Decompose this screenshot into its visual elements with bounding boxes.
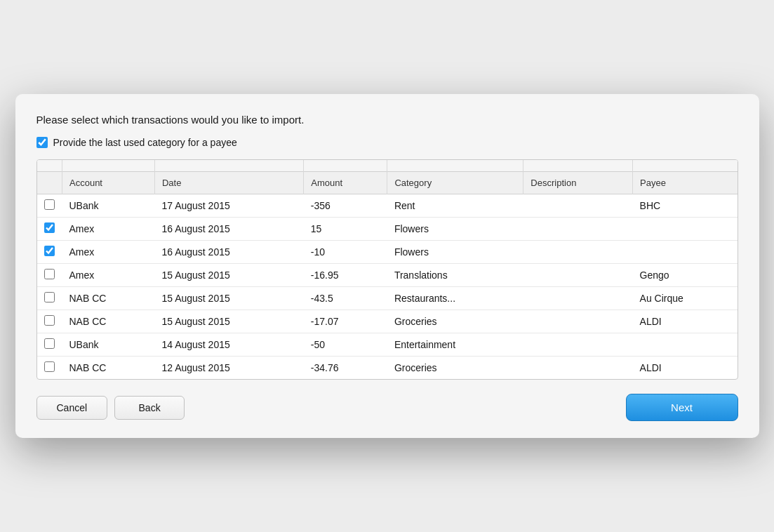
row-amount: 15 [304, 218, 387, 241]
col-empty-date [154, 160, 303, 172]
cancel-button[interactable]: Cancel [36, 396, 108, 420]
table-row: Amex15 August 2015-16.95TranslationsGeng… [37, 264, 738, 287]
row-payee: ALDI [633, 357, 738, 380]
row-checkbox-cell [37, 194, 62, 218]
th-select [37, 172, 62, 194]
row-category: Groceries [387, 310, 523, 333]
row-payee [633, 241, 738, 264]
row-category: Translations [387, 264, 523, 287]
table-row: Amex16 August 2015-10Flowers [37, 241, 738, 264]
row-account: NAB CC [62, 357, 155, 380]
table-row: NAB CC12 August 2015-34.76GroceriesALDI [37, 357, 738, 380]
row-checkbox-cell [37, 333, 62, 357]
row-payee: BHC [633, 194, 738, 218]
row-date: 17 August 2015 [154, 194, 303, 218]
row-checkbox-4[interactable] [44, 292, 55, 302]
row-date: 15 August 2015 [154, 287, 303, 310]
row-category: Rent [387, 194, 523, 218]
th-date: Date [154, 172, 303, 194]
row-checkbox-0[interactable] [44, 199, 55, 210]
col-empty-description [523, 160, 633, 172]
row-category: Flowers [387, 241, 523, 264]
row-payee: Gengo [633, 264, 738, 287]
provide-category-label[interactable]: Provide the last used category for a pay… [53, 137, 237, 148]
row-payee: Au Cirque [633, 287, 738, 310]
row-description [523, 310, 633, 333]
table-row: NAB CC15 August 2015-43.5Restaurants...A… [37, 287, 738, 310]
row-checkbox-1[interactable] [44, 222, 55, 233]
col-empty-category [387, 160, 523, 172]
col-empty-payee [633, 160, 738, 172]
th-category: Category [387, 172, 523, 194]
row-description [523, 264, 633, 287]
provide-category-checkbox[interactable] [36, 137, 48, 148]
row-amount: -16.95 [304, 264, 387, 287]
col-empty-amount [304, 160, 387, 172]
row-checkbox-cell [37, 357, 62, 380]
th-account: Account [62, 172, 155, 194]
table-row: Amex16 August 201515Flowers [37, 218, 738, 241]
row-date: 16 August 2015 [154, 218, 303, 241]
row-amount: -50 [304, 333, 387, 357]
row-amount: -10 [304, 241, 387, 264]
row-checkbox-cell [37, 264, 62, 287]
row-description [523, 241, 633, 264]
row-amount: -34.76 [304, 357, 387, 380]
row-checkbox-3[interactable] [44, 269, 55, 279]
row-checkbox-6[interactable] [44, 338, 55, 349]
footer-left-buttons: Cancel Back [36, 396, 185, 420]
row-date: 15 August 2015 [154, 264, 303, 287]
row-account: UBank [62, 333, 155, 357]
row-payee [633, 333, 738, 357]
row-category: Groceries [387, 357, 523, 380]
row-date: 12 August 2015 [154, 357, 303, 380]
import-dialog: Please select which transactions would y… [15, 94, 759, 438]
transactions-table-container: Account Date Amount Category Description… [36, 159, 738, 380]
row-account: Amex [62, 218, 155, 241]
row-amount: -17.07 [304, 310, 387, 333]
col-empty-check [37, 160, 62, 172]
row-description [523, 287, 633, 310]
table-row: UBank14 August 2015-50Entertainment [37, 333, 738, 357]
row-date: 14 August 2015 [154, 333, 303, 357]
th-description: Description [523, 172, 633, 194]
th-payee: Payee [633, 172, 738, 194]
row-checkbox-cell [37, 241, 62, 264]
row-checkbox-2[interactable] [44, 246, 55, 256]
row-account: Amex [62, 264, 155, 287]
row-date: 16 August 2015 [154, 241, 303, 264]
row-checkbox-7[interactable] [44, 361, 55, 372]
row-date: 15 August 2015 [154, 310, 303, 333]
row-account: Amex [62, 241, 155, 264]
dialog-footer: Cancel Back Next [36, 391, 738, 421]
back-button[interactable]: Back [114, 396, 185, 420]
table-empty-header-row [37, 160, 738, 172]
row-description [523, 218, 633, 241]
row-amount: -43.5 [304, 287, 387, 310]
row-category: Flowers [387, 218, 523, 241]
row-description [523, 194, 633, 218]
col-empty-account [62, 160, 155, 172]
row-category: Restaurants... [387, 287, 523, 310]
row-checkbox-cell [37, 287, 62, 310]
transactions-table: Account Date Amount Category Description… [37, 160, 738, 379]
row-checkbox-5[interactable] [44, 315, 55, 326]
instruction-text: Please select which transactions would y… [36, 114, 738, 126]
table-header-row: Account Date Amount Category Description… [37, 172, 738, 194]
table-row: UBank17 August 2015-356RentBHC [37, 194, 738, 218]
row-payee: ALDI [633, 310, 738, 333]
next-button[interactable]: Next [626, 394, 738, 421]
row-account: NAB CC [62, 287, 155, 310]
provide-category-row: Provide the last used category for a pay… [36, 137, 738, 148]
row-account: NAB CC [62, 310, 155, 333]
transactions-tbody: UBank17 August 2015-356RentBHCAmex16 Aug… [37, 194, 738, 380]
row-description [523, 333, 633, 357]
th-amount: Amount [304, 172, 387, 194]
row-amount: -356 [304, 194, 387, 218]
row-category: Entertainment [387, 333, 523, 357]
row-description [523, 357, 633, 380]
row-payee [633, 218, 738, 241]
table-row: NAB CC15 August 2015-17.07GroceriesALDI [37, 310, 738, 333]
row-checkbox-cell [37, 310, 62, 333]
row-account: UBank [62, 194, 155, 218]
